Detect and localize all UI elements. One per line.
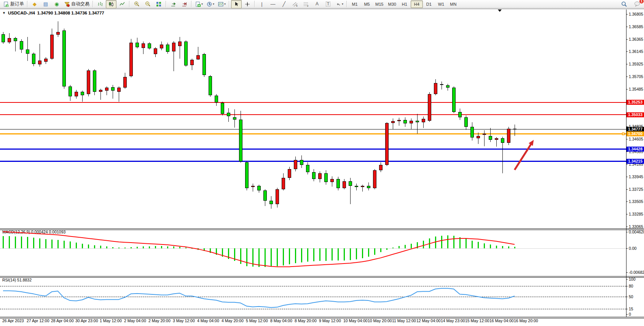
vertical-line-tool-button[interactable]: | (257, 0, 267, 8)
trendline-tool-button[interactable]: ╱ (279, 0, 289, 8)
price-axis-tick (626, 164, 628, 165)
horizontal-level-line[interactable] (0, 129, 626, 129)
chart-shift-marker[interactable] (498, 10, 502, 12)
equidistant-channel-tool-button[interactable]: E (290, 0, 300, 8)
macd-histogram-bar (258, 248, 260, 267)
market-watch-button[interactable]: ▤ (40, 0, 51, 8)
horizontal-level-line[interactable] (0, 133, 626, 134)
candle-body (403, 120, 407, 123)
candle-body (336, 179, 340, 188)
time-axis-label: 2 May 04:00 (124, 318, 146, 323)
zoom-out-button[interactable] (142, 0, 153, 8)
timeframe-button-m5[interactable]: M5 (361, 0, 373, 8)
macd-histogram-bar (490, 244, 491, 248)
auto-trading-button[interactable]: 自动交易 (62, 0, 91, 8)
periods-button[interactable]: ▾ (205, 0, 216, 8)
price-axis-label: 1.33945 (629, 174, 643, 179)
candle-body (367, 186, 370, 188)
search-button[interactable] (619, 0, 630, 8)
macd-histogram-bar (94, 245, 95, 248)
periods-dropdown-caret[interactable]: ▾ (213, 2, 214, 6)
templates-button[interactable]: ▾ (216, 0, 227, 8)
crosshair-tool-button[interactable] (242, 0, 253, 8)
new-order-icon (3, 1, 9, 7)
timeframe-button-h1[interactable]: H1 (399, 0, 411, 8)
signals-button[interactable]: ◉ (51, 0, 62, 8)
price-axis-tick (626, 139, 628, 139)
rsi-axis-tick (626, 279, 628, 280)
auto-scroll-button[interactable] (168, 0, 179, 8)
timeframe-button-m15[interactable]: M15 (373, 0, 386, 8)
price-pane[interactable] (0, 10, 644, 229)
rsi-pane[interactable] (0, 277, 644, 317)
pane-separator[interactable] (0, 276, 644, 278)
macd-histogram-bar (423, 241, 424, 248)
horizontal-level-line[interactable] (0, 149, 626, 150)
chart-window-button[interactable]: ◆ (29, 0, 40, 8)
bar-chart-button[interactable] (95, 0, 105, 8)
candle-body (93, 70, 96, 91)
crosshair-icon (244, 1, 250, 7)
candle-wick (484, 130, 485, 146)
indicators-button[interactable]: ▾ (193, 0, 204, 8)
macd-histogram-bar (167, 246, 168, 248)
line-drag-handle[interactable] (622, 133, 625, 135)
chart-ohlc-quotes: 1.34790 1.34808 1.34736 1.34777 (37, 11, 104, 15)
new-order-button[interactable]: 新订单 (2, 0, 26, 8)
price-axis-tick (626, 177, 628, 177)
candle-body (111, 87, 115, 91)
horizontal-level-line[interactable] (0, 102, 626, 103)
candlestick-chart-button[interactable] (106, 0, 116, 8)
notifications-button[interactable]: 1 (632, 0, 642, 8)
candle-body (282, 178, 285, 189)
line-chart-button[interactable] (117, 0, 128, 8)
macd-pane[interactable] (0, 230, 644, 276)
timeframe-button-d1[interactable]: D1 (423, 0, 435, 8)
macd-axis-tick (626, 232, 628, 232)
label-tool-button[interactable]: T (323, 0, 333, 8)
timeframe-button-m30[interactable]: M30 (386, 0, 398, 8)
chart-shift-button[interactable] (179, 0, 190, 8)
candle-wick (180, 37, 180, 59)
macd-histogram-bar (435, 237, 436, 248)
candle-body (355, 186, 358, 187)
macd-histogram-bar (161, 246, 162, 248)
zoom-in-button[interactable] (131, 0, 142, 8)
time-axis-label: 30 Apr 23:00 (75, 318, 98, 323)
candle-body (233, 117, 236, 120)
candle-body (209, 76, 212, 95)
templates-dropdown-caret[interactable]: ▾ (224, 2, 226, 6)
macd-histogram-bar (216, 248, 217, 255)
time-axis-label: 10 May 04:00 (343, 318, 368, 323)
macd-histogram-bar (210, 248, 211, 253)
horizontal-line-tool-button[interactable]: — (268, 0, 278, 8)
macd-histogram-bar (57, 240, 59, 248)
candle-body (361, 186, 364, 187)
timeframe-button-h4[interactable]: H4 (411, 0, 423, 8)
tile-windows-button[interactable] (153, 0, 164, 8)
macd-histogram-bar (179, 247, 180, 248)
pane-separator[interactable] (0, 229, 644, 230)
templates-icon (218, 1, 224, 7)
cursor-icon (233, 1, 239, 7)
macd-histogram-bar (131, 247, 132, 248)
candle-body (294, 160, 297, 169)
fibonacci-tool-button[interactable]: F (301, 0, 311, 8)
arrows-tool-button[interactable]: ▾ (334, 0, 345, 8)
arrows-tool-icon (335, 1, 341, 7)
macd-histogram-bar (143, 246, 144, 248)
macd-histogram-bar (106, 246, 107, 248)
price-axis-label: 1.34605 (629, 137, 643, 141)
indicators-dropdown-caret[interactable]: ▾ (201, 2, 203, 6)
timeframe-button-m1[interactable]: M1 (349, 0, 361, 8)
cursor-tool-button[interactable] (231, 0, 242, 8)
horizontal-level-line[interactable] (0, 161, 626, 162)
horizontal-level-line[interactable] (0, 114, 626, 115)
pane-separator[interactable] (0, 317, 644, 318)
timeframe-button-w1[interactable]: W1 (435, 0, 447, 8)
timeframe-button-mn[interactable]: MN (447, 0, 459, 8)
arrows-dropdown-caret[interactable]: ▾ (342, 2, 343, 6)
one-click-trading-toggle[interactable]: ▼ (2, 11, 6, 15)
text-tool-button[interactable]: A (312, 0, 322, 8)
time-axis-label: 3 May 12:00 (173, 318, 195, 323)
